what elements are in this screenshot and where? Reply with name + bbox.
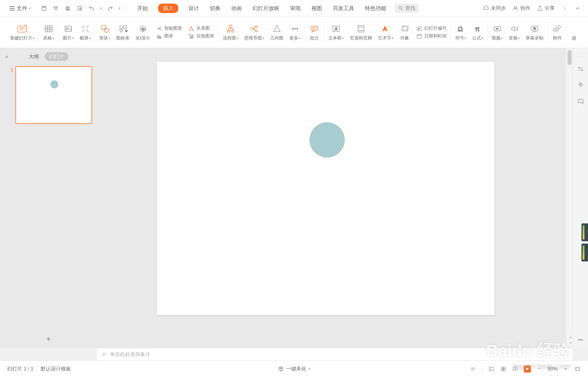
beautify-button[interactable]: 一键美化 ▾: [278, 365, 310, 372]
svg-rect-40: [159, 35, 160, 38]
slide-number-button[interactable]: #幻灯片编号: [416, 25, 447, 32]
smart-graphic-button[interactable]: 智能图形: [156, 25, 182, 32]
share-button[interactable]: 分享: [537, 5, 555, 12]
attachment-button[interactable]: 附件: [549, 23, 566, 41]
template-icon[interactable]: [577, 97, 584, 105]
print-preview-icon[interactable]: [76, 5, 83, 12]
overflow-button[interactable]: 超: [566, 23, 579, 41]
file-menu-button[interactable]: 文件 ▾: [7, 4, 33, 13]
online-chart-button[interactable]: 在线图表: [188, 33, 214, 40]
new-slide-label: 新建幻灯片: [10, 35, 32, 41]
thumb-number: 1: [11, 67, 13, 73]
notes-toggle-icon[interactable]: [470, 366, 476, 372]
svg-rect-52: [227, 30, 230, 32]
geometry-button[interactable]: 几何图: [267, 23, 286, 41]
svg-point-42: [191, 26, 192, 27]
svg-point-26: [120, 26, 123, 29]
tab-review[interactable]: 审阅: [289, 4, 301, 13]
reading-view-icon[interactable]: [512, 366, 518, 372]
comment-button[interactable]: 批注: [306, 23, 323, 41]
slide-canvas[interactable]: [157, 62, 494, 315]
date-time-button[interactable]: 日期和时间: [416, 33, 447, 40]
chart-button[interactable]: 图表: [156, 33, 173, 40]
side-handle-1[interactable]: [581, 223, 588, 241]
collaborate-button[interactable]: 协作: [513, 5, 530, 12]
3d-icon: 3D: [138, 23, 148, 34]
tab-view[interactable]: 视图: [311, 4, 323, 13]
notes-bar[interactable]: 单击此处添加备注: [97, 348, 573, 360]
mindmap-button[interactable]: 思维导图▾: [241, 23, 267, 41]
normal-view-icon[interactable]: [488, 366, 495, 372]
vertical-scrollbar[interactable]: ▴ ▾: [566, 48, 573, 348]
tab-slideshow[interactable]: 幻灯片放映: [252, 4, 280, 13]
canvas-area[interactable]: ▴ ▾: [97, 48, 573, 348]
circle-shape[interactable]: [310, 122, 345, 157]
redo-icon[interactable]: [107, 5, 113, 12]
tab-transition[interactable]: 切换: [209, 4, 221, 13]
undo-icon[interactable]: [88, 5, 95, 12]
shape-button[interactable]: 形状▾: [96, 23, 113, 41]
zoom-in-icon[interactable]: +: [562, 366, 569, 372]
new-slide-button[interactable]: 新建幻灯片▾: [7, 23, 37, 41]
image-button[interactable]: 图片▾: [60, 23, 77, 41]
tab-design[interactable]: 设计: [188, 4, 200, 13]
3d-presentation-button[interactable]: 3D 3D演示: [133, 23, 153, 41]
audio-button[interactable]: 音频▾: [506, 23, 523, 41]
print-icon[interactable]: [64, 5, 71, 12]
tab-animation[interactable]: 动画: [231, 4, 242, 13]
tab-insert[interactable]: 插入: [158, 4, 178, 13]
more-button[interactable]: ••• 更多▾: [286, 23, 303, 41]
tab-features[interactable]: 特色功能: [364, 4, 387, 13]
table-button[interactable]: 表格▾: [40, 23, 57, 41]
sync-status[interactable]: 未同步: [483, 5, 506, 12]
textbox-button[interactable]: A 文本框▾: [325, 23, 347, 41]
add-slide-button[interactable]: +: [46, 334, 51, 344]
outline-tab[interactable]: 大纲: [29, 53, 39, 60]
scroll-up-icon[interactable]: ▴: [570, 335, 571, 339]
wordart-icon: A: [380, 23, 391, 34]
scrollbar-thumb[interactable]: [567, 51, 572, 65]
undo-dropdown-icon[interactable]: ▾: [100, 7, 102, 10]
magic-icon[interactable]: [577, 81, 584, 89]
fit-to-window-icon[interactable]: [574, 366, 581, 372]
slide-thumbnail-1[interactable]: [15, 66, 92, 124]
relation-icon: [188, 25, 195, 32]
settings-icon[interactable]: [577, 65, 584, 73]
scroll-down-icon[interactable]: ▾: [570, 341, 571, 345]
video-button[interactable]: 视频▾: [489, 23, 506, 41]
side-handle-2[interactable]: [581, 244, 588, 261]
equation-button[interactable]: π 公式▾: [469, 23, 486, 41]
share-label: 分享: [545, 5, 555, 12]
tab-devtools[interactable]: 开发工具: [332, 4, 355, 13]
tab-home[interactable]: 开始: [137, 4, 149, 13]
status-right: | − 90% +: [470, 365, 581, 373]
screenshot-button[interactable]: 截屏▾: [77, 23, 94, 41]
slides-tab[interactable]: 幻灯片: [45, 52, 68, 61]
collapse-ribbon-icon[interactable]: [574, 5, 581, 12]
video-label: 视频: [492, 35, 501, 41]
relation-button[interactable]: 关系图: [188, 25, 210, 32]
top-menu-bar: 文件 ▾ ▾ ▾ 开始 插入 设计 切换 动画 幻灯片放映 审阅 视图 开发工具…: [0, 0, 588, 17]
sorter-view-icon[interactable]: [500, 366, 507, 372]
mindmap-label: 思维导图: [244, 35, 262, 41]
video-icon: [492, 23, 503, 34]
svg-rect-63: [311, 26, 318, 30]
zoom-level[interactable]: 90%: [545, 366, 560, 372]
collapse-panel-icon[interactable]: «: [5, 53, 8, 60]
more-options-icon[interactable]: •••: [577, 336, 584, 344]
slideshow-view-icon[interactable]: [524, 365, 531, 373]
header-footer-button[interactable]: 页眉和页脚: [347, 23, 375, 41]
symbol-button[interactable]: Ω 符号▾: [452, 23, 469, 41]
object-button[interactable]: 对象: [396, 23, 413, 41]
more-menu-icon[interactable]: ⋮: [561, 5, 568, 12]
save-as-icon[interactable]: [53, 5, 59, 12]
icon-library-button[interactable]: 3D 图标库: [113, 23, 133, 41]
symbol-icon: Ω: [455, 23, 466, 34]
flowchart-button[interactable]: 流程图▾: [220, 23, 241, 41]
screen-record-button[interactable]: 屏幕录制: [523, 23, 546, 41]
wordart-button[interactable]: A 艺术字▾: [375, 23, 396, 41]
zoom-out-icon[interactable]: −: [536, 366, 543, 372]
save-icon[interactable]: [41, 5, 47, 12]
redo-dropdown-icon[interactable]: ▾: [119, 7, 120, 10]
search-box[interactable]: 查找: [395, 4, 419, 13]
